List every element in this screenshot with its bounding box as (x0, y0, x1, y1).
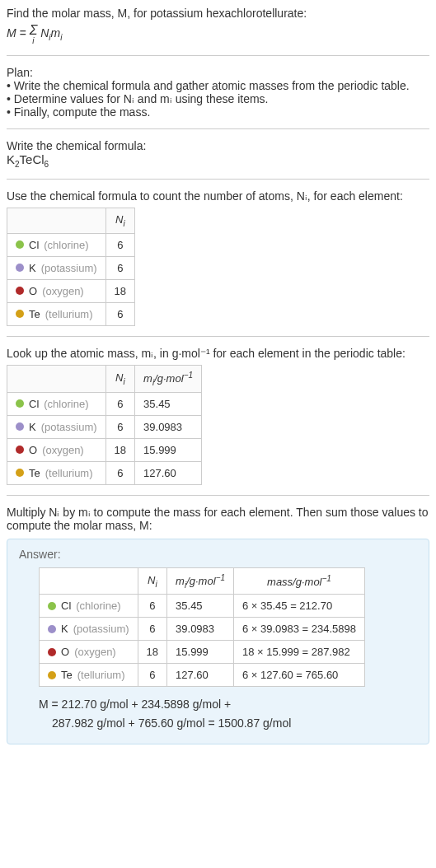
table-row: Te (tellurium) 6 127.60 (7, 461, 202, 484)
element-dot-icon (16, 310, 24, 318)
multiply-title: Multiply Nᵢ by mᵢ to compute the mass fo… (7, 506, 429, 532)
count-atoms-table: Ni Cl (chlorine) 6 K (potassium) 6 O (ox… (7, 208, 135, 326)
element-dot-icon (16, 264, 24, 272)
cell-ni: 6 (105, 256, 134, 279)
plan-title: Plan: (7, 66, 429, 79)
divider (7, 128, 429, 129)
atomic-mass-title: Look up the atomic mass, mᵢ, in g·mol⁻¹ … (7, 347, 429, 360)
cell-ni: 18 (138, 641, 166, 664)
element-name: (potassium) (41, 421, 97, 433)
plan-list: Write the chemical formula and gather at… (7, 79, 429, 119)
element-dot-icon (16, 422, 24, 431)
cell-ni: 18 (105, 438, 134, 461)
count-atoms-section: Use the chemical formula to count the nu… (7, 189, 429, 326)
element-symbol: Te (29, 308, 40, 320)
table-header-mi: mi/g·mol−1 (135, 365, 202, 392)
write-formula-title: Write the chemical formula: (7, 139, 429, 152)
table-header-mass: mass/g·mol−1 (233, 567, 364, 595)
cell-ni: 6 (138, 595, 166, 618)
cell-ni: 6 (105, 233, 134, 256)
table-header-ni: Ni (105, 208, 134, 234)
final-line-2: 287.982 g/mol + 765.60 g/mol = 1500.87 g… (39, 714, 417, 732)
table-row: Cl (chlorine) 6 35.45 6 × 35.45 = 212.70 (40, 595, 365, 618)
element-symbol: O (61, 646, 69, 658)
cell-ni: 6 (105, 415, 134, 438)
cell-mi: 127.60 (135, 461, 202, 484)
final-line-1: M = 212.70 g/mol + 234.5898 g/mol + (39, 695, 417, 713)
cell-ni: 6 (105, 461, 134, 484)
element-symbol: Cl (29, 239, 39, 251)
table-row: K (potassium) 6 (7, 256, 135, 279)
atomic-mass-section: Look up the atomic mass, mᵢ, in g·mol⁻¹ … (7, 347, 429, 485)
table-row: K (potassium) 6 39.0983 6 × 39.0983 = 23… (40, 618, 365, 641)
element-name: (chlorine) (44, 239, 88, 251)
answer-table: Ni mi/g·mol−1 mass/g·mol−1 Cl (chlorine)… (39, 567, 365, 688)
table-row: Te (tellurium) 6 (7, 302, 135, 325)
cell-mi: 39.0983 (135, 415, 202, 438)
element-name: (potassium) (41, 262, 97, 274)
element-symbol: O (29, 444, 37, 456)
cell-mass: 6 × 127.60 = 765.60 (233, 664, 364, 687)
element-dot-icon (48, 625, 56, 633)
divider (7, 336, 429, 337)
multiply-section: Multiply Nᵢ by mᵢ to compute the mass fo… (7, 506, 429, 532)
table-header-element (40, 567, 138, 595)
element-name: (chlorine) (76, 600, 120, 612)
final-calculation: M = 212.70 g/mol + 234.5898 g/mol + 287.… (39, 695, 417, 732)
table-header-mi: mi/g·mol−1 (167, 567, 234, 595)
table-header-ni: Ni (105, 365, 134, 392)
element-name: (tellurium) (77, 669, 125, 681)
element-name: (oxygen) (42, 285, 84, 297)
element-symbol: K (61, 623, 68, 635)
chemical-formula: K2TeCl6 (7, 152, 429, 169)
cell-mi: 39.0983 (167, 618, 234, 641)
write-formula-section: Write the chemical formula: K2TeCl6 (7, 139, 429, 169)
cell-mi: 127.60 (167, 664, 234, 687)
divider (7, 495, 429, 496)
element-symbol: Te (29, 467, 40, 479)
table-header-element (7, 365, 106, 392)
cell-mass: 6 × 39.0983 = 234.5898 (233, 618, 364, 641)
element-name: (potassium) (73, 623, 129, 635)
cell-mi: 35.45 (167, 595, 234, 618)
plan-item: Determine values for Nᵢ and mᵢ using the… (7, 92, 429, 105)
element-dot-icon (16, 446, 24, 454)
answer-box: Answer: Ni mi/g·mol−1 mass/g·mol−1 Cl (c… (7, 539, 429, 745)
cell-ni: 6 (138, 618, 166, 641)
cell-mass: 6 × 35.45 = 212.70 (233, 595, 364, 618)
count-atoms-title: Use the chemical formula to count the nu… (7, 189, 429, 203)
element-symbol: K (29, 421, 36, 433)
element-dot-icon (16, 399, 24, 408)
table-row: Te (tellurium) 6 127.60 6 × 127.60 = 765… (40, 664, 365, 687)
molar-mass-formula: M = Σi Nimi (7, 23, 429, 45)
table-row: O (oxygen) 18 15.999 (7, 438, 202, 461)
table-row: K (potassium) 6 39.0983 (7, 415, 202, 438)
element-dot-icon (48, 602, 56, 610)
table-row: Cl (chlorine) 6 (7, 233, 135, 256)
element-name: (chlorine) (44, 398, 88, 410)
plan-section: Plan: Write the chemical formula and gat… (7, 66, 429, 119)
element-dot-icon (48, 648, 56, 656)
element-name: (tellurium) (45, 308, 93, 320)
table-row: Cl (chlorine) 6 35.45 (7, 392, 202, 415)
element-name: (oxygen) (42, 444, 84, 456)
divider (7, 179, 429, 180)
divider (7, 55, 429, 56)
element-dot-icon (48, 671, 56, 679)
plan-item: Write the chemical formula and gather at… (7, 79, 429, 92)
plan-item: Finally, compute the mass. (7, 105, 429, 119)
atomic-mass-table: Ni mi/g·mol−1 Cl (chlorine) 6 35.45 K (p… (7, 365, 202, 485)
cell-ni: 18 (105, 279, 134, 302)
element-symbol: Cl (29, 398, 39, 410)
table-row: O (oxygen) 18 15.999 18 × 15.999 = 287.9… (40, 641, 365, 664)
element-dot-icon (16, 469, 24, 477)
element-symbol: O (29, 285, 37, 297)
element-dot-icon (16, 287, 24, 295)
table-header-ni: Ni (138, 567, 166, 595)
element-name: (oxygen) (74, 646, 116, 658)
cell-mass: 18 × 15.999 = 287.982 (233, 641, 364, 664)
element-dot-icon (16, 240, 24, 249)
cell-ni: 6 (138, 664, 166, 687)
element-name: (tellurium) (45, 467, 93, 479)
table-header-element (7, 208, 106, 234)
